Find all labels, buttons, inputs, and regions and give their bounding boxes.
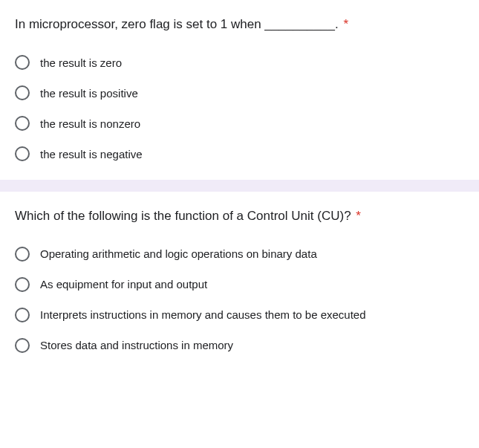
required-indicator: * (356, 209, 361, 223)
option-label: Interprets instructions in memory and ca… (40, 307, 366, 322)
option-label: the result is negative (40, 146, 143, 162)
radio-option[interactable]: the result is negative (15, 146, 464, 162)
radio-option[interactable]: Interprets instructions in memory and ca… (15, 307, 464, 322)
question-text: In microprocessor, zero flag is set to 1… (15, 17, 339, 31)
option-label: the result is nonzero (40, 116, 140, 132)
radio-option[interactable]: the result is nonzero (15, 116, 464, 132)
radio-icon (15, 277, 30, 292)
divider (0, 180, 479, 192)
radio-option[interactable]: As equipment for input and output (15, 276, 464, 292)
option-label: the result is zero (40, 55, 122, 71)
question-2: Which of the following is the function o… (0, 192, 479, 371)
question-1: In microprocessor, zero flag is set to 1… (0, 0, 479, 180)
required-indicator: * (343, 17, 348, 31)
radio-option[interactable]: Stores data and instructions in memory (15, 337, 464, 353)
radio-icon (15, 338, 30, 353)
option-label: the result is positive (40, 85, 138, 101)
option-label: Operating arithmetic and logic operation… (40, 246, 317, 262)
option-label: Stores data and instructions in memory (40, 337, 233, 353)
radio-icon (15, 85, 30, 100)
question-title: Which of the following is the function o… (15, 207, 464, 226)
option-label: As equipment for input and output (40, 276, 207, 292)
radio-option[interactable]: the result is zero (15, 55, 464, 71)
radio-option[interactable]: the result is positive (15, 85, 464, 101)
radio-icon (15, 55, 30, 70)
radio-icon (15, 308, 30, 322)
question-text: Which of the following is the function o… (15, 209, 351, 223)
radio-icon (15, 146, 30, 161)
question-title: In microprocessor, zero flag is set to 1… (15, 15, 464, 34)
radio-icon (15, 116, 30, 131)
radio-option[interactable]: Operating arithmetic and logic operation… (15, 246, 464, 262)
radio-icon (15, 247, 30, 262)
